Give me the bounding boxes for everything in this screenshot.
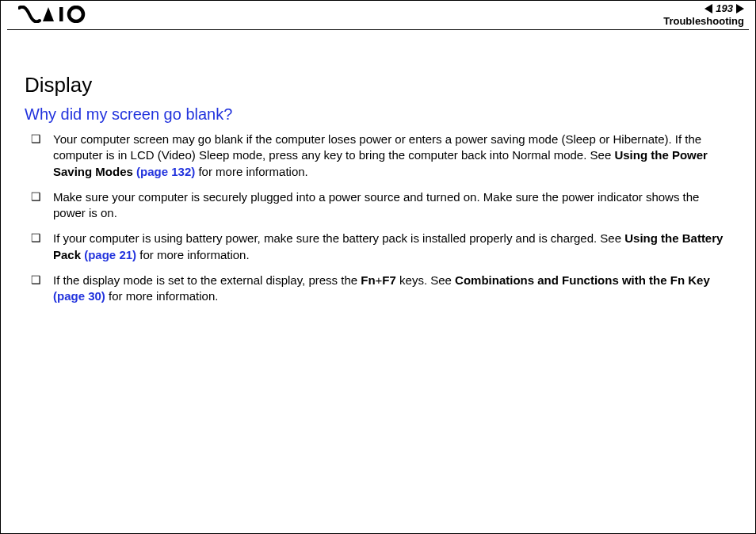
svg-point-1 <box>69 7 83 21</box>
text: keys. See <box>396 273 455 287</box>
list-item: If your computer is using battery power,… <box>31 231 731 263</box>
list-item: Your computer screen may go blank if the… <box>31 132 731 180</box>
bold-text: Fn <box>361 273 375 287</box>
text: for more information. <box>105 289 219 303</box>
svg-rect-0 <box>59 7 63 21</box>
page-link[interactable]: (page 21) <box>84 248 136 261</box>
prev-page-icon[interactable] <box>704 4 712 13</box>
bold-text: Combinations and Functions with the Fn K… <box>455 273 710 287</box>
text: If the display mode is set to the extern… <box>53 273 361 287</box>
bullet-list: Your computer screen may go blank if the… <box>31 132 731 304</box>
header-nav: 193 Troubleshooting <box>663 2 744 27</box>
list-item: Make sure your computer is securely plug… <box>31 189 731 222</box>
page-link[interactable]: (page 132) <box>136 165 195 178</box>
text: for more information. <box>136 248 250 261</box>
text: Make sure your computer is securely plug… <box>53 190 699 219</box>
text: If your computer is using battery power,… <box>53 231 624 245</box>
question-heading: Why did my screen go blank? <box>25 105 731 124</box>
page-content: Display Why did my screen go blank? Your… <box>1 30 755 304</box>
text: for more information. <box>195 165 308 178</box>
next-page-icon[interactable] <box>736 4 744 13</box>
text: Your computer screen may go blank if the… <box>53 132 701 162</box>
page-title: Display <box>25 73 731 97</box>
page-number: 193 <box>714 2 735 14</box>
section-label: Troubleshooting <box>663 15 744 27</box>
page-link[interactable]: (page 30) <box>53 289 105 303</box>
vaio-logo <box>18 6 88 23</box>
list-item: If the display mode is set to the extern… <box>31 273 731 305</box>
bold-text: F7 <box>382 273 396 287</box>
page-header: 193 Troubleshooting <box>7 1 749 30</box>
